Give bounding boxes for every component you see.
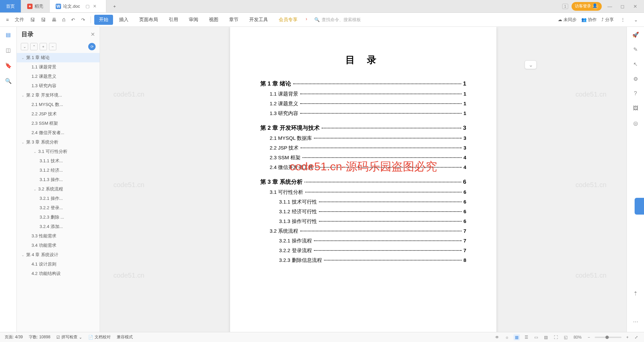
target-icon[interactable]: ◎	[632, 119, 639, 127]
share-button[interactable]: ⤴分享	[601, 17, 614, 23]
ribbon-tab-insert[interactable]: 插入	[114, 15, 133, 25]
compat-mode[interactable]: 兼容模式	[117, 334, 133, 340]
maximize-icon[interactable]: ◻	[618, 4, 627, 9]
ribbon-tab-dev[interactable]: 开发工具	[245, 15, 273, 25]
feedback-tab[interactable]	[635, 198, 644, 215]
panel-icon[interactable]: 1	[562, 4, 568, 9]
collapse-all-icon[interactable]: ⌃	[30, 43, 38, 50]
bookmark-rail-icon[interactable]: 🔖	[5, 62, 12, 69]
outline-item[interactable]: 1.3 研究内容	[17, 81, 100, 91]
more-tabs-icon[interactable]: ›	[304, 15, 309, 25]
add-heading-icon[interactable]: +	[40, 43, 47, 50]
outline-view-icon[interactable]: ☰	[523, 334, 530, 340]
outline-item[interactable]: 3.1.1 技术...	[17, 156, 100, 166]
undo-icon[interactable]: ↶	[69, 16, 77, 24]
preview-icon[interactable]: ⎙	[60, 16, 67, 24]
remove-heading-icon[interactable]: −	[49, 43, 56, 50]
outline-item[interactable]: ⌄3.1 可行性分析	[17, 147, 100, 156]
outline-item[interactable]: ⌄第 1 章 绪论	[17, 53, 100, 62]
redo-icon[interactable]: ↷	[79, 16, 87, 24]
outline-item[interactable]: ⌄3.2 系统流程	[17, 184, 100, 194]
page-view-icon[interactable]: ▦	[514, 334, 520, 340]
refresh-outline-icon[interactable]: ⟳	[88, 43, 96, 50]
help-icon[interactable]: ?	[632, 90, 639, 97]
ribbon-tab-view[interactable]: 视图	[204, 15, 223, 25]
ribbon-tab-layout[interactable]: 页面布局	[135, 15, 163, 25]
up-icon[interactable]: ⇡	[632, 290, 639, 297]
outline-item[interactable]: 2.4 微信开发者...	[17, 128, 100, 137]
proofread-button[interactable]: 📄文档校对	[88, 334, 111, 340]
guest-login-button[interactable]: 访客登录👤	[572, 2, 602, 11]
outline-item[interactable]: ⌄第 2 章 开发环境...	[17, 91, 100, 100]
ribbon-tab-chapter[interactable]: 章节	[224, 15, 243, 25]
new-tab-button[interactable]: ＋	[106, 0, 123, 12]
outline-close-icon[interactable]: ✕	[91, 31, 95, 38]
menu-icon[interactable]: ≡	[4, 16, 11, 24]
outline-item[interactable]: 2.1 MYSQL 数...	[17, 100, 100, 109]
file-menu[interactable]: 文件	[13, 15, 26, 24]
dropdown-pill[interactable]: ⌄	[525, 60, 537, 69]
ribbon-tab-ref[interactable]: 引用	[164, 15, 183, 25]
outline-item[interactable]: 3.2.3 删除 ...	[17, 213, 100, 222]
pages-rail-icon[interactable]: ◫	[5, 46, 12, 54]
outline-item[interactable]: 2.3 SSM 框架	[17, 119, 100, 128]
document-area[interactable]: code51.cn code51.cn code51.cn code51.cn …	[100, 27, 627, 332]
print-icon[interactable]: 🖶	[50, 16, 58, 24]
collab-button[interactable]: 👥协作	[581, 17, 597, 23]
image-icon[interactable]: 🖼	[632, 105, 639, 112]
zoom-in-icon[interactable]: +	[625, 334, 630, 340]
outline-item[interactable]: 3.2.4 添加...	[17, 222, 100, 231]
cursor-icon[interactable]: ↖	[632, 60, 639, 68]
settings-icon[interactable]: ⚙	[632, 75, 639, 82]
ribbon-tab-start[interactable]: 开始	[94, 15, 113, 25]
zoom-label[interactable]: 80%	[572, 334, 583, 340]
save-icon[interactable]: 🖫	[28, 16, 37, 24]
kebab-icon[interactable]: ⋮	[619, 16, 627, 24]
word-count[interactable]: 字数: 10898	[29, 334, 50, 340]
pen-icon[interactable]: ✎	[632, 46, 639, 53]
sync-button[interactable]: ☁未同步	[558, 17, 577, 23]
outline-rail-icon[interactable]: ▤	[5, 31, 12, 38]
outline-item[interactable]: ⌄第 3 章 系统分析	[17, 137, 100, 147]
outline-item[interactable]: 3.2.2 登录...	[17, 203, 100, 213]
tab-document[interactable]: W论文.doc ▢ ✕	[50, 0, 106, 12]
eye-icon[interactable]: 👁	[494, 334, 500, 340]
outline-item[interactable]: 3.4 功能需求	[17, 241, 100, 250]
outline-item[interactable]: 2.2 JSP 技术	[17, 109, 100, 119]
ribbon-tab-review[interactable]: 审阅	[184, 15, 203, 25]
zoom-box-icon[interactable]: ◱	[562, 334, 569, 340]
brightness-icon[interactable]: ☼	[504, 334, 510, 340]
save-as-icon[interactable]: 🖫	[39, 16, 48, 24]
spellcheck-button[interactable]: ☑拼写检查 ⌄	[56, 334, 82, 340]
expand-all-icon[interactable]: ⌄	[21, 43, 28, 50]
outline-list[interactable]: ⌄第 1 章 绪论1.1 课题背景1.2 课题意义1.3 研究内容⌄第 2 章 …	[17, 53, 100, 332]
outline-item[interactable]: 4.1 设计原则	[17, 260, 100, 269]
outline-item[interactable]: 3.1.3 操作...	[17, 175, 100, 184]
web-view-icon[interactable]: ▤	[543, 334, 549, 340]
zoom-slider[interactable]	[595, 337, 622, 338]
outline-item[interactable]: 3.3 性能需求	[17, 231, 100, 241]
tab-home[interactable]: 首页	[0, 0, 21, 12]
tab-close-icon[interactable]: ✕	[93, 4, 97, 9]
tab-popout-icon[interactable]: ▢	[86, 4, 90, 9]
close-icon[interactable]: ✕	[631, 4, 640, 9]
outline-item[interactable]: 1.2 课题意义	[17, 72, 100, 81]
tab-docker[interactable]: ✦稻壳	[21, 0, 50, 12]
search-rail-icon[interactable]: 🔍	[5, 77, 12, 84]
outline-item[interactable]: 3.2.1 操作...	[17, 194, 100, 203]
outline-item[interactable]: ⌄第 4 章 系统设计	[17, 250, 100, 260]
outline-item[interactable]: 1.1 课题背景	[17, 62, 100, 72]
page-indicator[interactable]: 页面: 4/39	[5, 334, 23, 340]
outline-item[interactable]: 3.1.2 经济...	[17, 166, 100, 175]
minimize-icon[interactable]: —	[605, 4, 614, 9]
command-search[interactable]: 🔍查找命令、搜索模板	[311, 15, 372, 24]
collapse-ribbon-icon[interactable]: ⌄	[632, 16, 640, 24]
zoom-out-icon[interactable]: −	[586, 334, 591, 340]
fullscreen-icon[interactable]: ⤢	[633, 334, 639, 340]
ribbon-tab-vip[interactable]: 会员专享	[274, 15, 302, 25]
read-view-icon[interactable]: ▭	[533, 334, 539, 340]
more-icon[interactable]: ⋯	[632, 318, 639, 325]
outline-item[interactable]: 4.2 功能结构设	[17, 269, 100, 278]
rocket-icon[interactable]: 🚀	[632, 31, 639, 38]
fit-icon[interactable]: ⛶	[552, 334, 559, 340]
